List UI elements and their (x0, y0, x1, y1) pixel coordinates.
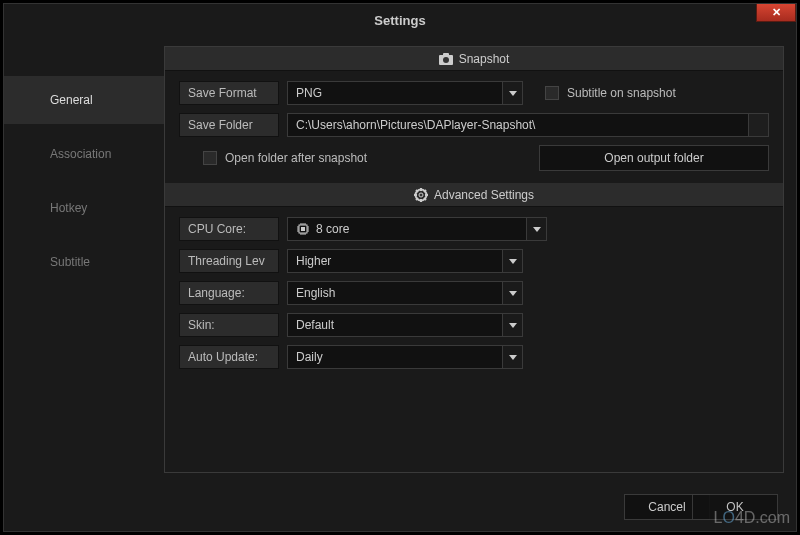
svg-line-9 (416, 190, 418, 192)
label-language: Language: (179, 281, 279, 305)
content: General Association Hotkey Subtitle Snap… (4, 36, 796, 483)
main-panel: Snapshot Save Format PNG Subti (164, 46, 784, 473)
svg-rect-14 (301, 227, 305, 231)
tab-association[interactable]: Association (4, 130, 164, 178)
section-title: Snapshot (459, 52, 510, 66)
advanced-body: CPU Core: 8 core Threadin (165, 207, 783, 387)
checkbox-box (203, 151, 217, 165)
select-value: Daily (288, 350, 502, 364)
checkbox-label: Open folder after snapshot (225, 151, 367, 165)
row-skin: Skin: Default (179, 313, 769, 337)
label-threading: Threading Lev (179, 249, 279, 273)
input-value: C:\Users\ahorn\Pictures\DAPlayer-Snapsho… (296, 118, 535, 132)
chevron-down-icon (526, 218, 546, 240)
select-value: English (288, 286, 502, 300)
label-auto-update: Auto Update: (179, 345, 279, 369)
tab-general[interactable]: General (4, 76, 164, 124)
checkbox-label: Subtitle on snapshot (567, 86, 676, 100)
close-icon: ✕ (772, 7, 781, 18)
select-auto-update[interactable]: Daily (287, 345, 523, 369)
window-title: Settings (374, 13, 425, 28)
ok-button[interactable]: OK (692, 494, 778, 520)
tab-hotkey[interactable]: Hotkey (4, 184, 164, 232)
select-threading[interactable]: Higher (287, 249, 523, 273)
tab-label: Subtitle (50, 255, 90, 269)
tab-label: Association (50, 147, 111, 161)
main-panel-wrap: Snapshot Save Format PNG Subti (164, 36, 796, 483)
settings-window: Settings ✕ General Association Hotkey Su… (3, 3, 797, 532)
chevron-down-icon (502, 250, 522, 272)
svg-rect-1 (443, 53, 449, 56)
label-cpu-core: CPU Core: (179, 217, 279, 241)
label-skin: Skin: (179, 313, 279, 337)
chevron-down-icon (502, 346, 522, 368)
tab-label: General (50, 93, 93, 107)
row-save-format: Save Format PNG Subtitle on snapshot (179, 81, 769, 105)
sidebar: General Association Hotkey Subtitle (4, 36, 164, 483)
select-save-format[interactable]: PNG (287, 81, 523, 105)
camera-icon (439, 53, 453, 65)
cpu-icon (296, 222, 310, 236)
footer: Cancel OK (4, 483, 796, 531)
open-output-folder-button[interactable]: Open output folder (539, 145, 769, 171)
tab-label: Hotkey (50, 201, 87, 215)
svg-line-10 (424, 198, 426, 200)
gear-icon (414, 188, 428, 202)
button-label: Open output folder (604, 151, 703, 165)
close-button[interactable]: ✕ (756, 4, 796, 22)
select-value: Default (288, 318, 502, 332)
row-auto-update: Auto Update: Daily (179, 345, 769, 369)
input-save-folder[interactable]: C:\Users\ahorn\Pictures\DAPlayer-Snapsho… (287, 113, 769, 137)
button-label: OK (726, 500, 743, 514)
select-language[interactable]: English (287, 281, 523, 305)
label-save-format: Save Format (179, 81, 279, 105)
checkbox-open-folder-after[interactable]: Open folder after snapshot (203, 151, 367, 165)
section-header-snapshot: Snapshot (165, 47, 783, 71)
select-value: Higher (288, 254, 502, 268)
titlebar: Settings ✕ (4, 4, 796, 36)
svg-line-11 (424, 190, 426, 192)
svg-line-12 (416, 198, 418, 200)
select-cpu-core[interactable]: 8 core (287, 217, 547, 241)
chevron-down-icon (502, 282, 522, 304)
svg-point-4 (419, 193, 423, 197)
row-save-folder: Save Folder C:\Users\ahorn\Pictures\DAPl… (179, 113, 769, 137)
select-skin[interactable]: Default (287, 313, 523, 337)
row-cpu-core: CPU Core: 8 core (179, 217, 769, 241)
browse-button[interactable] (748, 114, 768, 136)
checkbox-subtitle-on-snapshot[interactable]: Subtitle on snapshot (545, 86, 676, 100)
select-value: 8 core (288, 222, 526, 236)
row-language: Language: English (179, 281, 769, 305)
row-threading: Threading Lev Higher (179, 249, 769, 273)
section-header-advanced: Advanced Settings (165, 183, 783, 207)
tab-subtitle[interactable]: Subtitle (4, 238, 164, 286)
chevron-down-icon (502, 82, 522, 104)
label-save-folder: Save Folder (179, 113, 279, 137)
checkbox-box (545, 86, 559, 100)
section-title: Advanced Settings (434, 188, 534, 202)
svg-point-2 (443, 57, 449, 63)
snapshot-body: Save Format PNG Subtitle on snapshot (165, 71, 783, 183)
select-value: PNG (288, 86, 502, 100)
chevron-down-icon (502, 314, 522, 336)
button-label: Cancel (648, 500, 685, 514)
select-text: 8 core (316, 222, 349, 236)
row-open-folder: Open folder after snapshot Open output f… (179, 145, 769, 171)
